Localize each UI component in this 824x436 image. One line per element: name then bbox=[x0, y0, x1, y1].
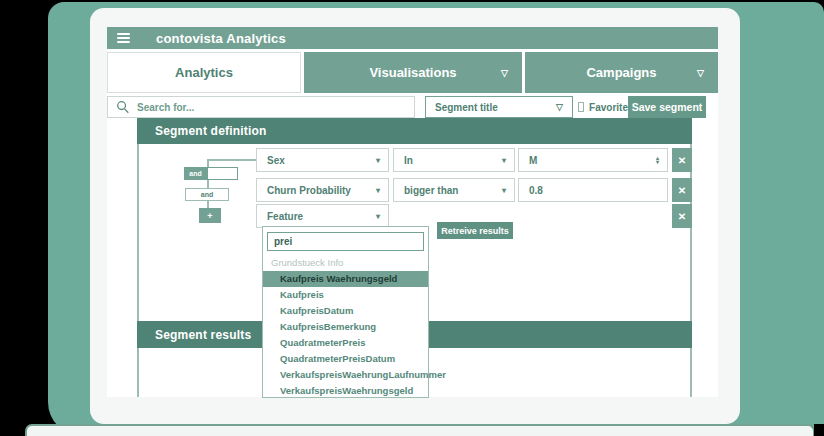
add-condition-label: + bbox=[207, 211, 212, 221]
dropdown-option[interactable]: VerkaufspreisWaehrungLaufnummer bbox=[263, 367, 428, 383]
close-icon: ✕ bbox=[678, 155, 686, 166]
dropdown-option[interactable]: QuadratmeterPreis bbox=[263, 335, 428, 351]
add-condition-button[interactable]: + bbox=[199, 208, 221, 223]
chevron-down-icon: ▾ bbox=[502, 186, 506, 195]
chevron-down-icon: ▽ bbox=[501, 68, 508, 78]
condition-2-feature-select[interactable]: Churn Probability ▾ bbox=[256, 178, 389, 202]
stepper-down-icon[interactable]: ▾ bbox=[656, 160, 659, 164]
backdrop-corner bbox=[814, 424, 824, 436]
condition-2-remove-button[interactable]: ✕ bbox=[672, 178, 692, 202]
condition-2-feature-value: Churn Probability bbox=[267, 185, 351, 196]
close-icon: ✕ bbox=[678, 211, 686, 222]
condition-3-feature-value: Feature bbox=[267, 211, 303, 222]
dropdown-option[interactable]: VerkaufspreisWaehrungsgeld bbox=[263, 383, 428, 399]
chevron-down-icon: ▽ bbox=[697, 68, 704, 78]
dropdown-option[interactable]: QuadratmeterPreisDatum bbox=[263, 351, 428, 367]
and-operator-label: and bbox=[189, 170, 201, 177]
chevron-down-icon: ▾ bbox=[376, 156, 380, 165]
save-segment-button-label: Save segment bbox=[632, 101, 703, 113]
dropdown-group-label: Grundstueck Info bbox=[263, 253, 428, 271]
hamburger-menu-icon[interactable] bbox=[117, 33, 130, 43]
stepper-icon[interactable]: ▴ ▾ bbox=[656, 156, 659, 164]
dropdown-option[interactable]: KaufpreisDatum bbox=[263, 303, 428, 319]
tab-analytics[interactable]: Analytics bbox=[107, 52, 301, 93]
condition-2-value-input[interactable]: 0.8 bbox=[518, 178, 668, 202]
segment-title-select[interactable]: Segment title ▽ bbox=[425, 96, 573, 118]
dropdown-option[interactable]: Kaufpreis bbox=[263, 287, 428, 303]
search-placeholder: Search for... bbox=[137, 102, 194, 113]
app-title: contovista Analytics bbox=[156, 31, 286, 46]
tab-analytics-label: Analytics bbox=[175, 65, 233, 80]
condition-3-feature-select[interactable]: Feature ▾ bbox=[256, 204, 389, 228]
chevron-down-icon: ▾ bbox=[376, 186, 380, 195]
chevron-down-icon: ▾ bbox=[376, 212, 380, 221]
laptop-base bbox=[25, 424, 815, 436]
segment-definition-title: Segment definition bbox=[155, 124, 267, 138]
and-operator-badge[interactable]: and bbox=[184, 167, 207, 180]
condition-1-value-input[interactable]: M ▴ ▾ bbox=[518, 148, 668, 172]
condition-2-operator-select[interactable]: bigger than ▾ bbox=[393, 178, 515, 202]
save-segment-button[interactable]: Save segment bbox=[628, 96, 706, 118]
condition-1-value: M bbox=[529, 155, 537, 166]
tab-visualisations-label: Visualisations bbox=[369, 65, 456, 80]
analytics-app-window: contovista Analytics Analytics Visualisa… bbox=[107, 27, 718, 397]
tab-visualisations[interactable]: Visualisations ▽ bbox=[304, 52, 522, 93]
search-input[interactable]: Search for... bbox=[107, 96, 415, 118]
condition-1-feature-select[interactable]: Sex ▾ bbox=[256, 148, 389, 172]
retrieve-results-label: Retreive results bbox=[441, 226, 509, 236]
favorite-checkbox[interactable] bbox=[578, 102, 584, 112]
feature-search-input[interactable]: prei bbox=[267, 232, 424, 251]
chevron-down-icon: ▽ bbox=[556, 102, 563, 112]
and-operator-label: and bbox=[201, 191, 213, 198]
retrieve-results-button[interactable]: Retreive results bbox=[437, 222, 513, 239]
segment-title-select-value: Segment title bbox=[435, 102, 498, 113]
condition-1-remove-button[interactable]: ✕ bbox=[672, 148, 692, 172]
dropdown-option[interactable]: KaufpreisBemerkung bbox=[263, 319, 428, 335]
operator-slot[interactable] bbox=[207, 167, 238, 180]
search-icon bbox=[116, 100, 130, 114]
condition-2-operator-value: bigger than bbox=[404, 185, 458, 196]
condition-1-operator-value: In bbox=[404, 155, 413, 166]
laptop-mockup: contovista Analytics Analytics Visualisa… bbox=[0, 0, 824, 436]
dropdown-option[interactable]: Kaufpreis Waehrungsgeld bbox=[263, 271, 428, 287]
segment-definition-header: Segment definition bbox=[137, 118, 692, 144]
favorite-control: Favorite bbox=[578, 96, 628, 118]
condition-2-value: 0.8 bbox=[529, 185, 543, 196]
and-operator-box[interactable]: and bbox=[185, 188, 229, 201]
favorite-label: Favorite bbox=[589, 102, 628, 113]
condition-3-remove-button[interactable]: ✕ bbox=[672, 204, 692, 228]
feature-search-value: prei bbox=[274, 236, 292, 247]
tab-campaigns[interactable]: Campaigns ▽ bbox=[525, 52, 718, 93]
segment-results-title: Segment results bbox=[155, 328, 251, 342]
chevron-down-icon: ▾ bbox=[502, 156, 506, 165]
condition-1-operator-select[interactable]: In ▾ bbox=[393, 148, 515, 172]
tree-connector-line bbox=[207, 159, 256, 161]
feature-autocomplete-dropdown: prei Grundstueck Info Kaufpreis Waehrung… bbox=[262, 226, 429, 398]
condition-1-feature-value: Sex bbox=[267, 155, 285, 166]
app-header-bar: contovista Analytics bbox=[107, 27, 718, 49]
tab-campaigns-label: Campaigns bbox=[586, 65, 656, 80]
close-icon: ✕ bbox=[678, 185, 686, 196]
